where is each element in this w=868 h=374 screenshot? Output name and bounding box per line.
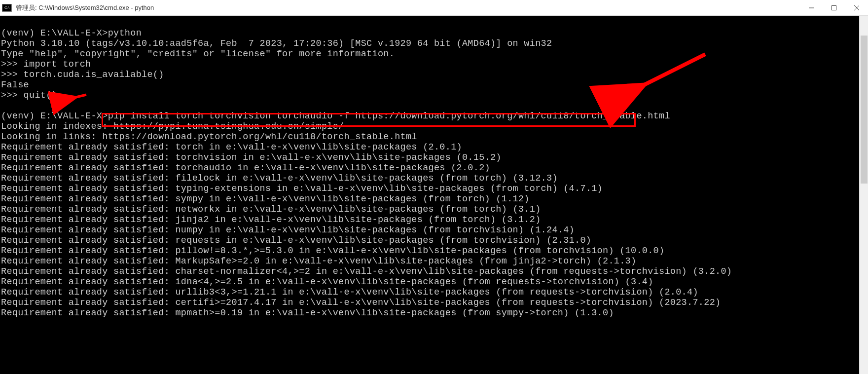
terminal-line: Requirement already satisfied: networkx … xyxy=(1,204,867,215)
terminal-line: Python 3.10.10 (tags/v3.10.10:aad5f6a, F… xyxy=(1,38,867,49)
terminal-line: (venv) E:\VALL-E-X>python xyxy=(1,28,867,38)
terminal-line: Requirement already satisfied: numpy in … xyxy=(1,225,867,235)
terminal-line: Looking in indexes: https://pypi.tuna.ts… xyxy=(1,121,867,132)
app-icon: C:\ xyxy=(2,4,12,12)
terminal-line: Requirement already satisfied: filelock … xyxy=(1,173,867,184)
terminal-line: Requirement already satisfied: pillow!=8… xyxy=(1,246,867,256)
terminal-line: Requirement already satisfied: torchvisi… xyxy=(1,152,867,163)
terminal-area[interactable]: (venv) E:\VALL-E-X>pythonPython 3.10.10 … xyxy=(0,16,868,374)
terminal-line: Requirement already satisfied: torch in … xyxy=(1,142,867,152)
terminal-line: Type "help", "copyright", "credits" or "… xyxy=(1,49,867,59)
terminal-line: >>> import torch xyxy=(1,59,867,70)
terminal-line: Requirement already satisfied: urllib3<3… xyxy=(1,287,867,298)
terminal-line: Requirement already satisfied: MarkupSaf… xyxy=(1,256,867,266)
terminal-line: Looking in links: https://download.pytor… xyxy=(1,132,867,142)
terminal-line: Requirement already satisfied: jinja2 in… xyxy=(1,215,867,225)
terminal-line: >>> torch.cuda.is_available() xyxy=(1,70,867,80)
terminal-line xyxy=(1,101,867,111)
window-controls xyxy=(800,0,868,15)
maximize-button[interactable] xyxy=(823,0,845,16)
terminal-line: Requirement already satisfied: charset-n… xyxy=(1,266,867,277)
terminal-line: Requirement already satisfied: sympy in … xyxy=(1,194,867,204)
scroll-thumb[interactable] xyxy=(861,36,868,184)
terminal-line: Requirement already satisfied: requests … xyxy=(1,235,867,246)
window-titlebar: C:\ 管理员: C:\Windows\System32\cmd.exe - p… xyxy=(0,0,868,16)
terminal-line: (venv) E:\VALL-E-X>pip install torch tor… xyxy=(1,111,867,121)
terminal-line: Requirement already satisfied: certifi>=… xyxy=(1,298,867,308)
terminal-line: False xyxy=(1,80,867,90)
terminal-line: Requirement already satisfied: torchaudi… xyxy=(1,163,867,173)
terminal-line: Requirement already satisfied: idna<4,>=… xyxy=(1,277,867,287)
terminal-line xyxy=(1,18,867,28)
terminal-line: Requirement already satisfied: mpmath>=0… xyxy=(1,308,867,318)
window-title: 管理员: C:\Windows\System32\cmd.exe - pytho… xyxy=(16,3,800,12)
terminal-line: >>> quit() xyxy=(1,90,867,101)
vertical-scrollbar[interactable] xyxy=(859,16,868,374)
terminal-line: Requirement already satisfied: typing-ex… xyxy=(1,184,867,194)
svg-rect-1 xyxy=(832,6,836,10)
minimize-button[interactable] xyxy=(800,0,823,16)
close-button[interactable] xyxy=(845,0,868,16)
